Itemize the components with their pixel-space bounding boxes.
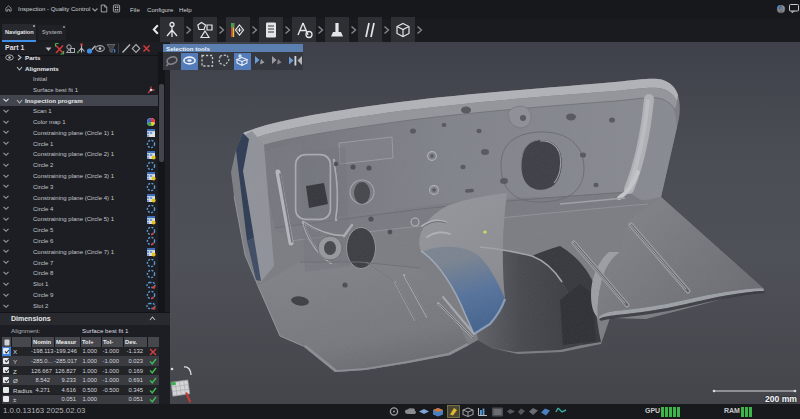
svg-text:200 mm: 200 mm	[765, 394, 797, 404]
